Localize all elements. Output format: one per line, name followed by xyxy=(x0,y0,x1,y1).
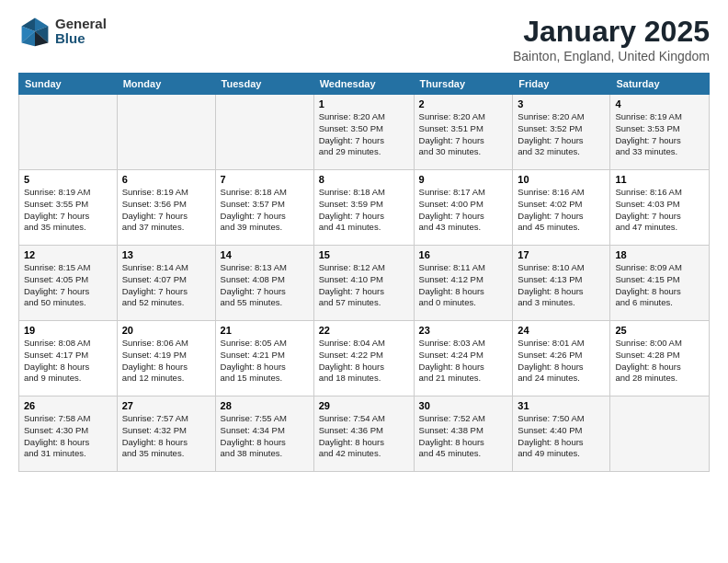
day-info: Sunrise: 8:16 AMSunset: 4:03 PMDaylight:… xyxy=(615,187,704,234)
day-info: Sunrise: 8:15 AMSunset: 4:05 PMDaylight:… xyxy=(24,262,112,309)
calendar-cell: 26Sunrise: 7:58 AMSunset: 4:30 PMDayligh… xyxy=(19,396,118,472)
subtitle: Bainton, England, United Kingdom xyxy=(513,49,710,63)
day-info: Sunrise: 7:57 AMSunset: 4:32 PMDaylight:… xyxy=(122,413,210,460)
logo-text: General Blue xyxy=(55,17,107,47)
calendar-cell: 27Sunrise: 7:57 AMSunset: 4:32 PMDayligh… xyxy=(117,396,215,472)
calendar-cell: 9Sunrise: 8:17 AMSunset: 4:00 PMDaylight… xyxy=(414,170,513,246)
day-number: 16 xyxy=(419,249,508,260)
calendar-cell: 25Sunrise: 8:00 AMSunset: 4:28 PMDayligh… xyxy=(610,321,710,396)
header-tuesday: Tuesday xyxy=(215,74,313,95)
day-info: Sunrise: 7:50 AMSunset: 4:40 PMDaylight:… xyxy=(518,413,605,460)
calendar-week-5: 26Sunrise: 7:58 AMSunset: 4:30 PMDayligh… xyxy=(19,396,710,472)
day-number: 12 xyxy=(24,249,112,260)
day-number: 31 xyxy=(518,400,605,411)
page: General Blue January 2025 Bainton, Engla… xyxy=(0,0,728,481)
calendar-cell: 5Sunrise: 8:19 AMSunset: 3:55 PMDaylight… xyxy=(19,170,118,246)
day-number: 4 xyxy=(615,98,704,109)
calendar-cell: 10Sunrise: 8:16 AMSunset: 4:02 PMDayligh… xyxy=(513,170,610,246)
calendar-cell: 13Sunrise: 8:14 AMSunset: 4:07 PMDayligh… xyxy=(117,246,215,321)
day-number: 5 xyxy=(24,174,112,185)
calendar-cell: 6Sunrise: 8:19 AMSunset: 3:56 PMDaylight… xyxy=(117,170,215,246)
day-number: 3 xyxy=(518,98,605,109)
day-info: Sunrise: 8:11 AMSunset: 4:12 PMDaylight:… xyxy=(419,262,508,309)
logo-general-text: General xyxy=(55,17,107,32)
day-info: Sunrise: 8:20 AMSunset: 3:51 PMDaylight:… xyxy=(419,111,508,158)
day-info: Sunrise: 8:13 AMSunset: 4:08 PMDaylight:… xyxy=(221,262,309,309)
calendar: Sunday Monday Tuesday Wednesday Thursday… xyxy=(18,73,710,472)
calendar-week-3: 12Sunrise: 8:15 AMSunset: 4:05 PMDayligh… xyxy=(19,246,710,321)
day-info: Sunrise: 7:55 AMSunset: 4:34 PMDaylight:… xyxy=(221,413,309,460)
calendar-cell: 31Sunrise: 7:50 AMSunset: 4:40 PMDayligh… xyxy=(513,396,610,472)
day-info: Sunrise: 8:19 AMSunset: 3:53 PMDaylight:… xyxy=(615,111,704,158)
day-number: 24 xyxy=(518,325,605,336)
calendar-cell: 7Sunrise: 8:18 AMSunset: 3:57 PMDaylight… xyxy=(215,170,313,246)
day-info: Sunrise: 7:58 AMSunset: 4:30 PMDaylight:… xyxy=(24,413,112,460)
calendar-body: 1Sunrise: 8:20 AMSunset: 3:50 PMDaylight… xyxy=(19,95,710,472)
calendar-cell: 29Sunrise: 7:54 AMSunset: 4:36 PMDayligh… xyxy=(313,396,414,472)
calendar-cell xyxy=(215,95,313,170)
day-info: Sunrise: 8:08 AMSunset: 4:17 PMDaylight:… xyxy=(24,338,112,385)
day-info: Sunrise: 8:06 AMSunset: 4:19 PMDaylight:… xyxy=(122,338,210,385)
calendar-cell: 20Sunrise: 8:06 AMSunset: 4:19 PMDayligh… xyxy=(117,321,215,396)
day-number: 11 xyxy=(615,174,704,185)
header-wednesday: Wednesday xyxy=(313,74,414,95)
day-number: 9 xyxy=(419,174,508,185)
day-info: Sunrise: 8:09 AMSunset: 4:15 PMDaylight:… xyxy=(615,262,704,309)
calendar-week-4: 19Sunrise: 8:08 AMSunset: 4:17 PMDayligh… xyxy=(19,321,710,396)
calendar-week-1: 1Sunrise: 8:20 AMSunset: 3:50 PMDaylight… xyxy=(19,95,710,170)
calendar-cell xyxy=(610,396,710,472)
day-info: Sunrise: 8:03 AMSunset: 4:24 PMDaylight:… xyxy=(419,338,508,385)
calendar-cell: 15Sunrise: 8:12 AMSunset: 4:10 PMDayligh… xyxy=(313,246,414,321)
day-number: 2 xyxy=(419,98,508,109)
day-number: 1 xyxy=(319,98,409,109)
calendar-cell: 30Sunrise: 7:52 AMSunset: 4:38 PMDayligh… xyxy=(414,396,513,472)
day-info: Sunrise: 7:54 AMSunset: 4:36 PMDaylight:… xyxy=(319,413,409,460)
day-number: 30 xyxy=(419,400,508,411)
logo-blue-text: Blue xyxy=(55,31,107,47)
day-number: 23 xyxy=(419,325,508,336)
header-friday: Friday xyxy=(513,74,610,95)
calendar-cell xyxy=(19,95,118,170)
day-info: Sunrise: 8:04 AMSunset: 4:22 PMDaylight:… xyxy=(319,338,409,385)
day-info: Sunrise: 8:19 AMSunset: 3:56 PMDaylight:… xyxy=(122,187,210,234)
day-info: Sunrise: 8:20 AMSunset: 3:50 PMDaylight:… xyxy=(319,111,409,158)
calendar-cell: 21Sunrise: 8:05 AMSunset: 4:21 PMDayligh… xyxy=(215,321,313,396)
day-number: 29 xyxy=(319,400,409,411)
calendar-header: Sunday Monday Tuesday Wednesday Thursday… xyxy=(19,74,710,95)
day-info: Sunrise: 8:16 AMSunset: 4:02 PMDaylight:… xyxy=(518,187,605,234)
calendar-cell xyxy=(117,95,215,170)
month-title: January 2025 xyxy=(513,15,710,49)
day-number: 7 xyxy=(221,174,309,185)
header-row: Sunday Monday Tuesday Wednesday Thursday… xyxy=(19,74,710,95)
title-area: January 2025 Bainton, England, United Ki… xyxy=(513,15,710,63)
calendar-cell: 2Sunrise: 8:20 AMSunset: 3:51 PMDaylight… xyxy=(414,95,513,170)
calendar-cell: 3Sunrise: 8:20 AMSunset: 3:52 PMDaylight… xyxy=(513,95,610,170)
calendar-cell: 28Sunrise: 7:55 AMSunset: 4:34 PMDayligh… xyxy=(215,396,313,472)
day-info: Sunrise: 7:52 AMSunset: 4:38 PMDaylight:… xyxy=(419,413,508,460)
logo-icon xyxy=(18,15,51,48)
day-info: Sunrise: 8:19 AMSunset: 3:55 PMDaylight:… xyxy=(24,187,112,234)
calendar-cell: 14Sunrise: 8:13 AMSunset: 4:08 PMDayligh… xyxy=(215,246,313,321)
calendar-cell: 17Sunrise: 8:10 AMSunset: 4:13 PMDayligh… xyxy=(513,246,610,321)
calendar-cell: 4Sunrise: 8:19 AMSunset: 3:53 PMDaylight… xyxy=(610,95,710,170)
calendar-cell: 16Sunrise: 8:11 AMSunset: 4:12 PMDayligh… xyxy=(414,246,513,321)
day-info: Sunrise: 8:18 AMSunset: 3:57 PMDaylight:… xyxy=(221,187,309,234)
day-number: 19 xyxy=(24,325,112,336)
day-number: 26 xyxy=(24,400,112,411)
day-number: 15 xyxy=(319,249,409,260)
day-number: 18 xyxy=(615,249,704,260)
calendar-week-2: 5Sunrise: 8:19 AMSunset: 3:55 PMDaylight… xyxy=(19,170,710,246)
day-number: 13 xyxy=(122,249,210,260)
day-info: Sunrise: 8:05 AMSunset: 4:21 PMDaylight:… xyxy=(221,338,309,385)
header-saturday: Saturday xyxy=(610,74,710,95)
calendar-cell: 18Sunrise: 8:09 AMSunset: 4:15 PMDayligh… xyxy=(610,246,710,321)
header-monday: Monday xyxy=(117,74,215,95)
day-number: 8 xyxy=(319,174,409,185)
header: General Blue January 2025 Bainton, Engla… xyxy=(18,15,710,63)
day-number: 10 xyxy=(518,174,605,185)
calendar-cell: 8Sunrise: 8:18 AMSunset: 3:59 PMDaylight… xyxy=(313,170,414,246)
day-info: Sunrise: 8:17 AMSunset: 4:00 PMDaylight:… xyxy=(419,187,508,234)
day-number: 6 xyxy=(122,174,210,185)
day-info: Sunrise: 8:01 AMSunset: 4:26 PMDaylight:… xyxy=(518,338,605,385)
day-number: 27 xyxy=(122,400,210,411)
